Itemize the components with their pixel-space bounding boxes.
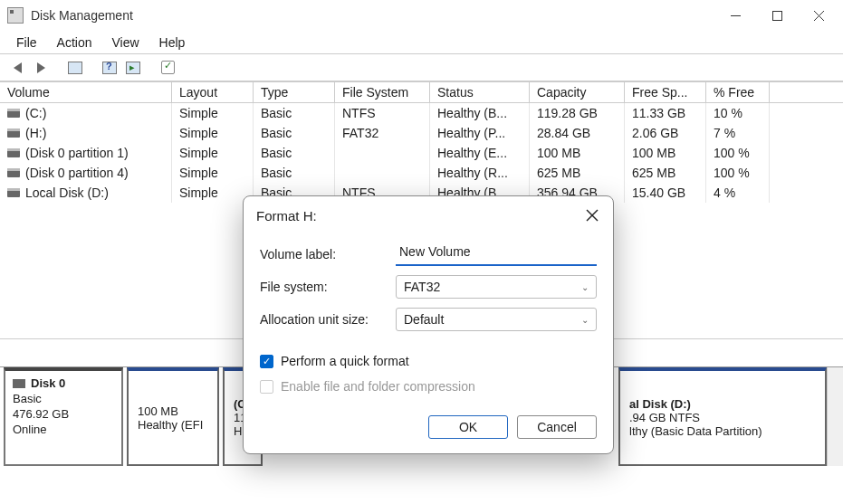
quick-format-label: Perform a quick format [281,354,409,368]
dialog-close-button[interactable] [584,207,600,223]
ok-button[interactable]: OK [428,415,508,439]
allocation-value: Default [404,312,444,327]
quick-format-checkbox[interactable]: ✓ [260,355,273,368]
compression-checkbox-row: Enable file and folder compression [260,374,597,399]
volume-label-value: New Volume [399,244,471,259]
allocation-combo[interactable]: Default ⌄ [396,308,597,331]
volume-label-input[interactable]: New Volume [396,242,597,266]
quick-format-checkbox-row[interactable]: ✓ Perform a quick format [260,348,597,374]
label-volume-label: Volume label: [260,247,396,262]
format-dialog: Format H: Volume label: New Volume File … [243,195,614,454]
close-icon [586,209,599,222]
label-file-system: File system: [260,280,396,294]
chevron-down-icon: ⌄ [581,282,589,292]
compression-checkbox [260,380,273,394]
label-alloc: Allocation unit size: [260,312,396,327]
file-system-value: FAT32 [404,280,440,294]
file-system-combo[interactable]: FAT32 ⌄ [396,275,597,299]
chevron-down-icon: ⌄ [581,315,589,325]
compression-label: Enable file and folder compression [281,379,475,394]
cancel-button[interactable]: Cancel [517,415,597,439]
modal-backdrop: Format H: Volume label: New Volume File … [0,0,843,504]
dialog-title: Format H: [256,208,317,223]
